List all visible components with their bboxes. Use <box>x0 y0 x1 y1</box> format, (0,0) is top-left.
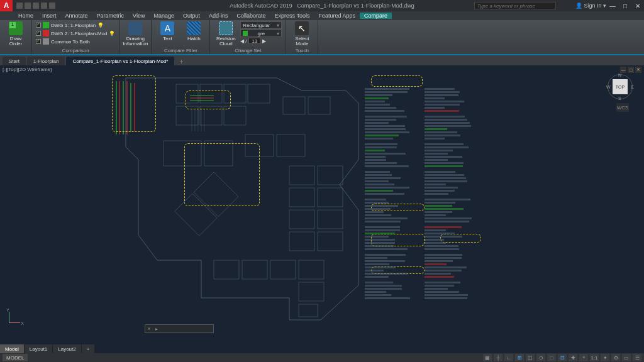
drawing-tab-start[interactable]: Start <box>3 57 26 65</box>
help-search-input[interactable] <box>474 2 556 9</box>
qat-open-icon[interactable] <box>25 3 31 9</box>
text-filter-button[interactable]: AText <box>155 21 179 41</box>
svg-rect-27 <box>299 282 324 301</box>
ribbon: 1 Draw Order DWG 1: 1-Floorplan 💡 DWG 2:… <box>0 20 644 55</box>
svg-rect-26 <box>299 260 324 279</box>
vp-close-icon[interactable]: ✕ <box>635 67 641 73</box>
status-snap-icon[interactable]: ┼ <box>494 354 502 361</box>
modelspace-toggle[interactable]: MODEL <box>3 354 28 361</box>
svg-rect-21 <box>289 232 314 251</box>
qat-undo-icon[interactable] <box>41 3 47 9</box>
bulb-icon[interactable]: 💡 <box>109 31 115 36</box>
svg-rect-24 <box>242 260 267 279</box>
qat-new-icon[interactable] <box>16 3 23 9</box>
tab-home[interactable]: Home <box>14 13 38 19</box>
changeset-nav[interactable]: ◀ / ▶ <box>240 38 282 44</box>
compare-common-row[interactable]: Common To Both <box>36 38 115 45</box>
signin-button[interactable]: 👤 Sign In ▾ <box>575 3 606 9</box>
layout-add-button[interactable]: + <box>82 344 96 353</box>
status-annovis-icon[interactable]: ✦ <box>601 354 609 361</box>
next-change-button[interactable]: ▶ <box>262 38 266 44</box>
layout-tab-layout2[interactable]: Layout2 <box>53 344 81 353</box>
revcloud-shape-combo[interactable]: Rectangular <box>240 21 282 29</box>
tab-parametric[interactable]: Parametric <box>92 13 129 19</box>
tab-insert[interactable]: Insert <box>38 13 61 19</box>
status-dyn-icon[interactable]: ⊡ <box>558 354 567 361</box>
revision-cloud <box>184 143 260 206</box>
drawing-tab-floorplan[interactable]: 1-Floorplan <box>27 57 65 65</box>
status-3dosnap-icon[interactable]: ⊙ <box>536 354 545 361</box>
model-viewport[interactable]: [-][Top][2D Wireframe] — □ ✕ <box>0 65 644 343</box>
layout-tab-model[interactable]: Model <box>0 344 25 353</box>
tab-annotate[interactable]: Annotate <box>61 13 92 19</box>
new-drawing-button[interactable]: + <box>175 58 187 65</box>
status-grid-icon[interactable]: ▦ <box>483 354 492 361</box>
panel-changeset: Revision Cloud Rectangular gre ◀ / ▶ Cha… <box>210 20 286 54</box>
status-polar-icon[interactable]: ⊞ <box>515 354 524 361</box>
status-annoscale[interactable]: 1:1 <box>590 354 599 361</box>
close-button[interactable]: ✕ <box>631 0 644 11</box>
tab-view[interactable]: View <box>128 13 149 19</box>
minimize-button[interactable]: — <box>606 0 619 11</box>
compare-dwg1-row[interactable]: DWG 1: 1-Floorplan 💡 <box>36 21 115 29</box>
status-ortho-icon[interactable]: ∟ <box>504 354 513 361</box>
tab-addins[interactable]: Add-ins <box>204 13 233 19</box>
compare-dwg2-row[interactable]: DWG 2: 1-Floorplan-Mod 💡 <box>36 30 115 37</box>
svg-rect-12 <box>277 134 305 156</box>
qat-save-icon[interactable] <box>33 3 39 9</box>
drawing-info-button[interactable]: Drawing Information <box>123 21 147 47</box>
status-transparency-icon[interactable]: ⌖ <box>579 354 588 361</box>
nav-bar[interactable]: WCS <box>616 103 629 112</box>
command-line[interactable]: × ▸ <box>145 324 214 333</box>
status-otrack-icon[interactable]: □ <box>547 354 556 361</box>
layout-tabs: Model Layout1 Layout2 + <box>0 344 95 353</box>
revision-cloud-button[interactable]: Revision Cloud <box>214 21 238 47</box>
svg-rect-18 <box>318 188 343 207</box>
viewport-window-controls: — □ ✕ <box>620 67 641 73</box>
window-title: Autodesk AutoCAD 2019 Compare_1-Floorpla… <box>230 3 414 9</box>
vp-min-icon[interactable]: — <box>620 67 626 73</box>
tab-output[interactable]: Output <box>179 13 204 19</box>
status-customize-icon[interactable]: ☰ <box>633 354 641 361</box>
status-bar: MODEL ▦ ┼ ∟ ⊞ ◫ ⊙ □ ⊡ ✚ ⌖ 1:1 ✦ ⚙ ▭ ☰ <box>0 353 644 362</box>
status-osnap-icon[interactable]: ◫ <box>526 354 535 361</box>
draw-order-button[interactable]: 1 Draw Order <box>4 21 28 47</box>
tab-collaborate[interactable]: Collaborate <box>233 13 270 19</box>
viewport-label[interactable]: [-][Top][2D Wireframe] <box>3 67 52 72</box>
nav-wcs[interactable]: WCS <box>616 103 629 112</box>
panel-comparefilter: AText Hatch Compare Filter <box>152 20 210 54</box>
cmdline-prompt[interactable]: ▸ <box>153 326 159 332</box>
cmdline-close-icon[interactable]: × <box>145 326 153 332</box>
svg-rect-20 <box>318 210 343 229</box>
prev-change-button[interactable]: ◀ <box>240 38 244 44</box>
changeset-count-input[interactable] <box>248 38 261 44</box>
svg-rect-16 <box>318 166 343 185</box>
revision-cloud <box>186 90 231 109</box>
layout-tab-layout1[interactable]: Layout1 <box>25 344 53 353</box>
tab-expresstools[interactable]: Express Tools <box>270 13 314 19</box>
qat-redo-icon[interactable] <box>49 3 55 9</box>
app-logo[interactable]: A <box>0 0 13 11</box>
svg-rect-17 <box>289 188 314 207</box>
panel-drawinginfo: Drawing Information <box>119 20 152 54</box>
svg-rect-23 <box>214 260 239 279</box>
hatch-filter-button[interactable]: Hatch <box>182 21 206 41</box>
drawing-tab-compare[interactable]: Compare_1-Floorplan vs 1-Floorplan-Mod* <box>66 57 174 65</box>
tab-manage[interactable]: Manage <box>149 13 179 19</box>
select-mode-button[interactable]: ↖Select Mode <box>290 21 314 47</box>
status-lwt-icon[interactable]: ✚ <box>569 354 577 361</box>
quick-access-toolbar[interactable] <box>13 3 59 9</box>
status-workspace-icon[interactable]: ⚙ <box>611 354 620 361</box>
ribbon-tabs: Home Insert Annotate Parametric View Man… <box>0 11 644 20</box>
tab-compare[interactable]: Compare <box>360 13 392 19</box>
viewcube[interactable]: TOP N S E W <box>608 74 633 99</box>
vp-max-icon[interactable]: □ <box>628 67 634 73</box>
drawing-notes: /*generated below*/ <box>365 84 478 323</box>
maximize-button[interactable]: □ <box>619 0 631 11</box>
status-cleanscreen-icon[interactable]: ▭ <box>622 354 631 361</box>
tab-featuredapps[interactable]: Featured Apps <box>314 13 360 19</box>
bulb-icon[interactable]: 💡 <box>97 23 104 28</box>
panel-draworder: 1 Draw Order <box>0 20 32 54</box>
revcloud-color-combo[interactable]: gre <box>240 30 282 37</box>
panel-comparison: DWG 1: 1-Floorplan 💡 DWG 2: 1-Floorplan-… <box>32 20 119 54</box>
